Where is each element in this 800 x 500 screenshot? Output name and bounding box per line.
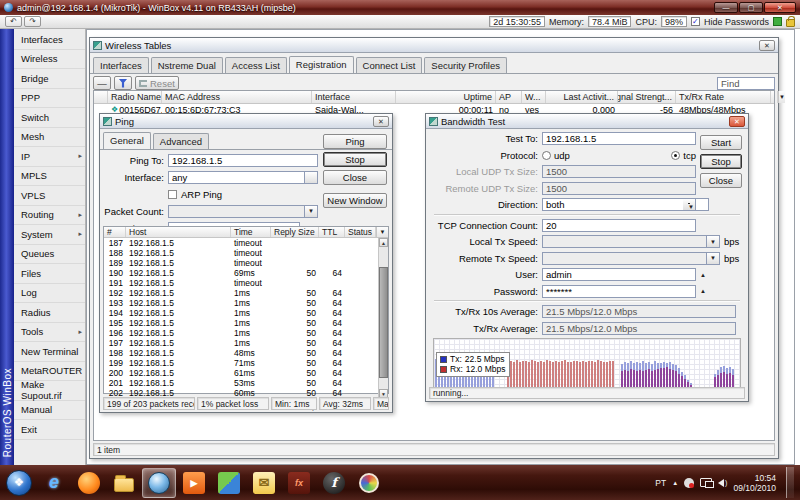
ping-result-row[interactable]: 192192.168.1.51ms5064 <box>104 288 378 298</box>
taskbar-button-winbox[interactable] <box>142 468 176 498</box>
tab-connect-list[interactable]: Connect List <box>356 57 423 74</box>
network-tray-icon[interactable] <box>700 478 712 487</box>
column-header-signal-strengt[interactable]: Signal Strengt... <box>618 91 676 103</box>
undo-icon[interactable]: ↶ <box>5 16 22 27</box>
stop-button[interactable]: Stop <box>323 152 387 167</box>
ping-result-row[interactable]: 200192.168.1.561ms5064 <box>104 368 378 378</box>
sidebar-item-interfaces[interactable]: Interfaces <box>14 30 85 50</box>
bandwidth-close-icon[interactable]: ✕ <box>729 116 745 127</box>
ping-column-[interactable]: # <box>104 227 126 237</box>
column-header-interface[interactable]: Interface <box>312 91 396 103</box>
sidebar-item-routing[interactable]: Routing▸ <box>14 206 85 226</box>
ping-close-icon[interactable]: ✕ <box>373 116 389 127</box>
close-button[interactable]: ✕ <box>764 2 796 13</box>
column-header-uptime[interactable]: Uptime <box>396 91 496 103</box>
tray-language-indicator[interactable]: PT <box>655 478 666 488</box>
close-button[interactable]: Close <box>323 170 387 185</box>
volume-tray-icon[interactable]: ) <box>718 479 727 487</box>
packet-count-input[interactable] <box>168 205 305 218</box>
tab-registration[interactable]: Registration <box>289 56 354 73</box>
ping-table-scrollbar[interactable]: ▲ ▼ <box>378 238 388 398</box>
sidebar-item-manual[interactable]: Manual <box>14 401 85 421</box>
ping-result-row[interactable]: 191192.168.1.5timeout <box>104 278 378 288</box>
redo-icon[interactable]: ↷ <box>24 16 41 27</box>
column-header-w[interactable]: W... <box>522 91 546 103</box>
password-input[interactable]: ******* <box>542 285 696 298</box>
arp-ping-checkbox[interactable] <box>168 190 177 199</box>
reset-button[interactable]: Reset <box>135 76 179 90</box>
start-button[interactable]: Start <box>700 135 742 150</box>
ping-result-row[interactable]: 194192.168.1.51ms5064 <box>104 308 378 318</box>
sidebar-item-wireless[interactable]: Wireless <box>14 50 85 70</box>
remote-tx-dropdown-icon[interactable]: ▼ <box>707 252 720 265</box>
sidebar-item-system[interactable]: System▸ <box>14 225 85 245</box>
local-tx-dropdown-icon[interactable]: ▼ <box>707 235 720 248</box>
sidebar-item-ppp[interactable]: PPP <box>14 89 85 109</box>
user-input[interactable]: admin <box>542 268 696 281</box>
remove-entry-button[interactable]: — <box>93 76 111 90</box>
taskbar-button-flash[interactable]: f <box>317 468 351 498</box>
sidebar-item-tools[interactable]: Tools▸ <box>14 323 85 343</box>
ping-column-select-icon[interactable]: ▼ <box>376 227 388 237</box>
sidebar-item-files[interactable]: Files <box>14 264 85 284</box>
sidebar-item-new-terminal[interactable]: New Terminal <box>14 342 85 362</box>
ping-result-row[interactable]: 189192.168.1.5timeout <box>104 258 378 268</box>
test-to-input[interactable]: 192.168.1.5 <box>542 132 696 145</box>
new-window-button[interactable]: New Window <box>323 193 387 208</box>
sidebar-item-mpls[interactable]: MPLS <box>14 167 85 187</box>
stop-button[interactable]: Stop <box>700 154 742 169</box>
ping-result-row[interactable]: 188192.168.1.5timeout <box>104 248 378 258</box>
column-header-mac-address[interactable]: MAC Address <box>162 91 312 103</box>
find-box[interactable]: Find <box>717 77 775 90</box>
tcp-connection-count-input[interactable]: 20 <box>542 219 696 232</box>
wireless-tables-close-icon[interactable]: ✕ <box>759 40 775 51</box>
user-collapse-icon[interactable]: ▲ <box>696 272 710 278</box>
ping-result-row[interactable]: 190192.168.1.569ms5064 <box>104 268 378 278</box>
maximize-button[interactable]: ▢ <box>739 2 763 13</box>
ping-result-row[interactable]: 199192.168.1.571ms5064 <box>104 358 378 368</box>
sidebar-item-radius[interactable]: Radius <box>14 303 85 323</box>
ping-column-reply-size[interactable]: Reply Size <box>271 227 319 237</box>
close-button[interactable]: Close <box>700 173 742 188</box>
tab-nstreme-dual[interactable]: Nstreme Dual <box>151 57 223 74</box>
scrollbar-thumb[interactable] <box>379 267 388 378</box>
column-header-blank[interactable] <box>94 91 108 103</box>
ping-result-row[interactable]: 193192.168.1.51ms5064 <box>104 298 378 308</box>
ping-to-input[interactable]: 192.168.1.5 <box>168 154 318 167</box>
taskbar-button-mail[interactable]: ✉ <box>247 468 281 498</box>
scroll-up-icon[interactable]: ▲ <box>379 238 388 247</box>
sidebar-item-switch[interactable]: Switch <box>14 108 85 128</box>
ping-button[interactable]: Ping <box>323 134 387 149</box>
direction-dropdown-icon[interactable]: ▼ <box>683 198 696 211</box>
minimize-button[interactable]: — <box>714 2 738 13</box>
column-select-icon[interactable]: ▼ <box>778 91 785 103</box>
taskbar-button-messenger[interactable] <box>212 468 246 498</box>
wireless-tables-titlebar[interactable]: Wireless Tables ✕ <box>90 38 778 53</box>
taskbar-button-media-player[interactable]: ▶ <box>177 468 211 498</box>
ping-result-row[interactable]: 196192.168.1.51ms5064 <box>104 328 378 338</box>
ping-column-host[interactable]: Host <box>126 227 231 237</box>
taskbar-button-graphics-app[interactable]: fx <box>282 468 316 498</box>
ping-tab-general[interactable]: General <box>103 132 151 149</box>
taskbar-button-internet-explorer[interactable]: e <box>37 468 71 498</box>
sidebar-item-vpls[interactable]: VPLS <box>14 186 85 206</box>
antivirus-tray-icon[interactable] <box>684 478 694 488</box>
sidebar-item-mesh[interactable]: Mesh <box>14 128 85 148</box>
taskbar-button-paint[interactable] <box>352 468 386 498</box>
ping-column-ttl[interactable]: TTL <box>319 227 345 237</box>
taskbar-button-firefox[interactable] <box>72 468 106 498</box>
tcp-radio[interactable] <box>671 151 680 160</box>
ping-column-status[interactable]: Status <box>345 227 376 237</box>
interface-select[interactable]: any <box>168 171 305 184</box>
tray-expand-icon[interactable]: ▲ <box>672 480 678 486</box>
tab-interfaces[interactable]: Interfaces <box>93 57 149 74</box>
udp-radio[interactable] <box>542 151 551 160</box>
ping-result-row[interactable]: 187192.168.1.5timeout <box>104 238 378 248</box>
tab-security-profiles[interactable]: Security Profiles <box>424 57 507 74</box>
column-header-ap[interactable]: AP <box>496 91 522 103</box>
sidebar-item-bridge[interactable]: Bridge <box>14 69 85 89</box>
ping-titlebar[interactable]: Ping ✕ <box>100 114 392 129</box>
interface-dropdown-icon[interactable]: ▼ <box>305 171 318 184</box>
ping-result-row[interactable]: 197192.168.1.51ms5064 <box>104 338 378 348</box>
tab-access-list[interactable]: Access List <box>225 57 287 74</box>
